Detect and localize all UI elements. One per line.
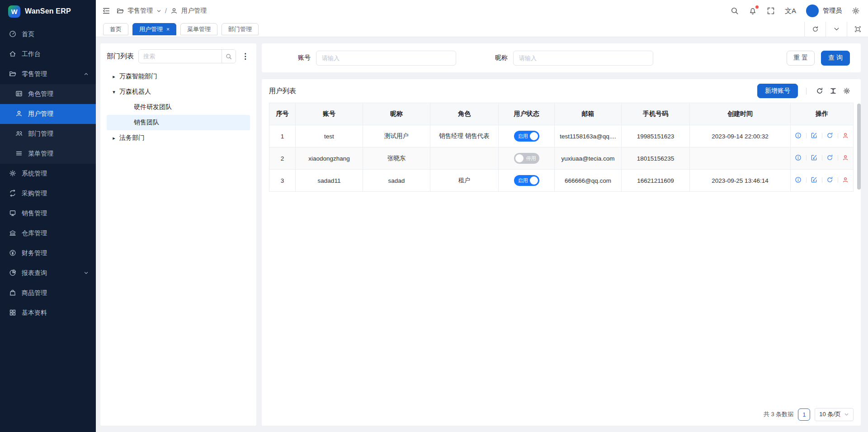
divider: [838, 155, 838, 161]
fullscreen-icon[interactable]: [767, 7, 775, 15]
search-button[interactable]: 查 询: [821, 51, 850, 66]
avatar[interactable]: [806, 5, 819, 17]
breadcrumb-parent[interactable]: 零售管理: [127, 7, 153, 15]
department-panel: 部门列表 ⋮ ▸ 万森智能部门 ▾ 万森机器人: [100, 43, 256, 426]
breadcrumb-separator: /: [165, 7, 167, 14]
tree-item[interactable]: ▸ 万森智能部门: [107, 69, 250, 84]
close-icon[interactable]: ×: [166, 26, 170, 33]
chevron-down-icon[interactable]: [826, 22, 847, 37]
col-header-role: 角色: [430, 103, 499, 125]
logo-icon: W: [8, 5, 20, 18]
tree-item-label: 法务部门: [119, 134, 145, 142]
row-actions: [795, 176, 849, 184]
sidebar-item-workbench[interactable]: 工作台: [0, 44, 96, 64]
app-logo: W WanSen ERP: [0, 0, 96, 23]
refresh-icon[interactable]: [813, 87, 826, 95]
sidebar-item-sales-mgmt[interactable]: 销售管理: [0, 204, 96, 223]
tree-item-label: 万森机器人: [119, 88, 151, 96]
user-chip[interactable]: 管理员: [806, 5, 842, 17]
sidebar-item-purchase-mgmt[interactable]: 采购管理: [0, 184, 96, 204]
translate-icon[interactable]: 文A: [785, 7, 796, 15]
reset-password-icon[interactable]: [826, 132, 834, 139]
sync-icon: [9, 190, 16, 198]
divider: [838, 133, 838, 138]
divider: [806, 177, 807, 183]
department-search-input[interactable]: [139, 50, 222, 63]
edit-icon[interactable]: [811, 132, 818, 139]
gear-icon: [9, 170, 16, 178]
tree-expand-icon[interactable]: ▸: [109, 135, 118, 141]
nickname-input[interactable]: [513, 51, 653, 66]
sidebar-item-home[interactable]: 首页: [0, 24, 96, 44]
search-icon[interactable]: [731, 7, 739, 15]
account-input[interactable]: [316, 51, 456, 66]
notification-bell-icon[interactable]: [749, 7, 757, 15]
sidebar-nav: 首页 工作台 零售管理 角色管理 用户管理: [0, 23, 96, 432]
sidebar-item-retail[interactable]: 零售管理: [0, 64, 96, 84]
sidebar-item-label: 菜单管理: [28, 150, 53, 158]
folder-icon: [9, 70, 16, 79]
tab-dept-mgmt[interactable]: 部门管理: [222, 23, 259, 35]
status-toggle[interactable]: 停用: [514, 153, 539, 164]
sidebar-item-product-mgmt[interactable]: 商品管理: [0, 283, 96, 303]
sidebar-item-report-query[interactable]: 报表查询: [0, 263, 96, 283]
tree-collapse-icon[interactable]: ▾: [109, 89, 118, 95]
tree-item-selected[interactable]: 销售团队: [107, 115, 250, 130]
sidebar-item-warehouse-mgmt[interactable]: 仓库管理: [0, 223, 96, 243]
info-icon[interactable]: [795, 132, 802, 139]
toggle-label: 启用: [518, 133, 528, 140]
row-height-icon[interactable]: [826, 87, 840, 95]
refresh-icon[interactable]: [804, 22, 826, 37]
tree-item[interactable]: ▸ 法务部门: [107, 130, 250, 146]
cell-seq: 2: [269, 147, 296, 170]
settings-gear-icon[interactable]: [852, 7, 860, 15]
reset-password-icon[interactable]: [826, 176, 834, 184]
info-icon[interactable]: [795, 176, 802, 184]
delete-user-icon[interactable]: [842, 132, 849, 139]
tree-item[interactable]: 硬件研发团队: [107, 100, 250, 115]
status-toggle[interactable]: 启用: [514, 175, 539, 186]
cell-status: 停用: [499, 147, 555, 170]
reset-button[interactable]: 重 置: [787, 51, 815, 66]
page-number-button[interactable]: 1: [798, 408, 810, 421]
add-account-button[interactable]: 新增账号: [757, 84, 798, 98]
delete-user-icon[interactable]: [842, 176, 849, 184]
tab-user-mgmt[interactable]: 用户管理×: [132, 23, 176, 35]
sidebar-item-user-mgmt[interactable]: 用户管理: [0, 104, 96, 124]
tab-menu-mgmt[interactable]: 菜单管理: [180, 23, 217, 35]
scrollbar-thumb[interactable]: [857, 104, 861, 190]
department-search-button[interactable]: [222, 50, 236, 63]
col-header-seq: 序号: [269, 103, 296, 125]
kebab-menu-icon[interactable]: ⋮: [241, 52, 250, 61]
sidebar-item-dept-mgmt[interactable]: 部门管理: [0, 124, 96, 144]
sidebar-item-system-mgmt[interactable]: 系统管理: [0, 164, 96, 184]
collapse-sidebar-icon[interactable]: [102, 7, 110, 15]
cell-nickname: 测试用户: [363, 125, 430, 147]
status-toggle[interactable]: 启用: [514, 131, 539, 142]
tree-expand-icon[interactable]: ▸: [109, 74, 118, 80]
tab-home[interactable]: 首页: [103, 23, 128, 35]
page-size-select[interactable]: 10 条/页: [815, 408, 854, 421]
sidebar-item-label: 系统管理: [22, 170, 47, 178]
toggle-label: 停用: [526, 155, 536, 162]
edit-icon[interactable]: [811, 154, 818, 161]
maximize-icon[interactable]: [847, 22, 868, 37]
chevron-down-icon[interactable]: [156, 9, 161, 14]
reset-password-icon[interactable]: [826, 154, 834, 161]
chevron-up-icon: [84, 71, 89, 78]
column-settings-gear-icon[interactable]: [840, 87, 854, 95]
main-area: 零售管理 / 用户管理 文A 管理员 首页 用户管理×: [96, 0, 868, 432]
sidebar-item-basic-data[interactable]: 基本资料: [0, 303, 96, 323]
delete-user-icon[interactable]: [842, 154, 849, 161]
sidebar-item-role-mgmt[interactable]: 角色管理: [0, 84, 96, 104]
sidebar-item-menu-mgmt[interactable]: 菜单管理: [0, 144, 96, 164]
header-actions: 文A 管理员: [731, 5, 860, 17]
cell-actions: [791, 170, 854, 192]
sidebar-item-finance-mgmt[interactable]: 财务管理: [0, 243, 96, 263]
menu-lines-icon: [15, 150, 23, 158]
bank-icon: [9, 229, 16, 238]
tree-item[interactable]: ▾ 万森机器人: [107, 84, 250, 100]
info-icon[interactable]: [795, 154, 802, 161]
edit-icon[interactable]: [811, 176, 818, 184]
cell-phone: 19985151623: [622, 125, 690, 147]
